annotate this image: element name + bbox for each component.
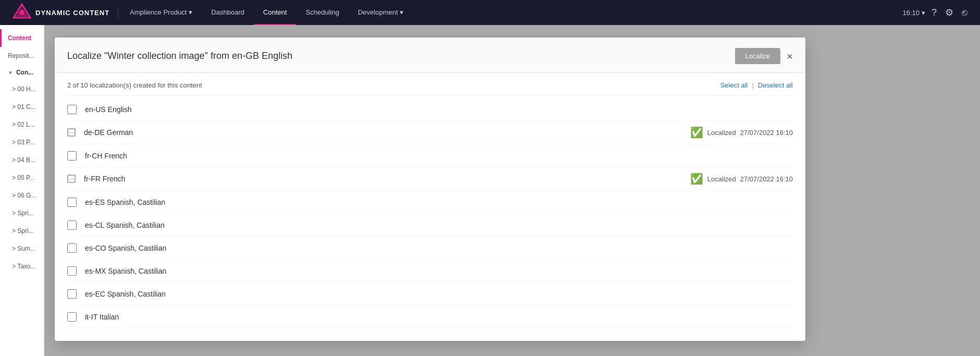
brand-logo-icon bbox=[13, 3, 31, 22]
nav-development[interactable]: Development ▾ bbox=[349, 0, 413, 25]
dialog-body: 2 of 10 localization(s) created for this… bbox=[55, 73, 805, 341]
locale-name-it-it: it-IT Italian bbox=[85, 313, 793, 321]
locale-name-es-ec: es-EC Spanish, Castilian bbox=[85, 290, 793, 298]
close-button[interactable]: × bbox=[787, 51, 793, 62]
sidebar-section-label: Con... bbox=[16, 69, 33, 76]
nav-development-chevron: ▾ bbox=[400, 8, 403, 16]
locale-row-de-de: de-DE German ✅ Localized 27/07/2022 16:1… bbox=[67, 121, 793, 144]
locale-checkbox-es-mx[interactable] bbox=[67, 266, 77, 276]
locale-checkbox-dash-de-de bbox=[67, 128, 76, 137]
deselect-all-button[interactable]: Deselect all bbox=[758, 81, 793, 89]
sidebar-chevron-icon: ▼ bbox=[8, 70, 13, 76]
nav-amplience-product-label: Amplience Product bbox=[130, 8, 187, 16]
dialog-header-right: Localize × bbox=[735, 48, 793, 64]
nav-amplience-product[interactable]: Amplience Product ▾ bbox=[120, 0, 202, 25]
locale-status-de-de: ✅ Localized 27/07/2022 16:10 bbox=[690, 126, 793, 139]
locale-row-es-co: es-CO Spanish, Castilian bbox=[67, 237, 793, 260]
sidebar-item-05p[interactable]: > 05 P... bbox=[0, 169, 44, 187]
sidebar-item-repositories[interactable]: Reposit... bbox=[0, 47, 44, 65]
dialog-overlay: Localize "Winter collection image" from … bbox=[44, 25, 980, 356]
locale-row-fr-ch: fr-CH French bbox=[67, 144, 793, 167]
content-area: Localize "Winter collection image" from … bbox=[44, 25, 980, 356]
locale-name-fr-ch: fr-CH French bbox=[85, 152, 793, 160]
sidebar-item-spri2[interactable]: > Spri... bbox=[0, 222, 44, 240]
nav-development-label: Development bbox=[358, 8, 398, 16]
sidebar-06g-label: > 06 G... bbox=[12, 192, 36, 199]
sidebar-spri2-label: > Spri... bbox=[12, 227, 34, 235]
time-display: 16:10 bbox=[902, 9, 920, 17]
nav-time: 16:10 ▾ bbox=[902, 9, 925, 17]
sidebar-item-00h[interactable]: > 00 H... bbox=[0, 80, 44, 98]
dialog-header: Localize "Winter collection image" from … bbox=[55, 38, 805, 73]
nav-scheduling-label: Scheduling bbox=[305, 8, 339, 16]
localize-button[interactable]: Localize bbox=[735, 48, 781, 64]
locale-status-date-de-de: 27/07/2022 16:10 bbox=[740, 129, 793, 137]
main-layout: Content Reposit... ▼ Con... > 00 H... > … bbox=[0, 25, 980, 356]
sidebar-spri1-label: > Spri... bbox=[12, 210, 34, 217]
locale-row-es-ec: es-EC Spanish, Castilian bbox=[67, 283, 793, 305]
locale-row-it-it: it-IT Italian bbox=[67, 305, 793, 328]
locale-name-fr-fr: fr-FR French bbox=[84, 175, 690, 183]
sidebar-section-con[interactable]: ▼ Con... bbox=[0, 65, 44, 80]
settings-icon[interactable]: ⚙ bbox=[945, 7, 953, 18]
nav-content-label: Content bbox=[263, 8, 287, 16]
locale-checkbox-es-es[interactable] bbox=[67, 198, 77, 207]
time-chevron-icon: ▾ bbox=[922, 9, 925, 17]
sidebar-02l-label: > 02 L... bbox=[12, 121, 35, 128]
nav-content[interactable]: Content bbox=[254, 0, 297, 25]
locale-row-es-mx: es-MX Spanish, Castilian bbox=[67, 260, 793, 283]
sidebar-content-label: Content bbox=[8, 34, 31, 42]
nav-scheduling[interactable]: Scheduling bbox=[296, 0, 348, 25]
sidebar-item-content[interactable]: Content bbox=[0, 29, 44, 47]
sidebar-item-spri1[interactable]: > Spri... bbox=[0, 204, 44, 222]
nav-amplience-product-chevron: ▾ bbox=[189, 8, 192, 16]
sidebar: Content Reposit... ▼ Con... > 00 H... > … bbox=[0, 25, 44, 356]
localize-dialog: Localize "Winter collection image" from … bbox=[55, 38, 805, 341]
help-icon[interactable]: ? bbox=[932, 7, 937, 18]
sidebar-item-02l[interactable]: > 02 L... bbox=[0, 116, 44, 133]
locale-name-de-de: de-DE German bbox=[84, 128, 690, 137]
actions-separator: | bbox=[752, 81, 753, 89]
sidebar-05p-label: > 05 P... bbox=[12, 174, 34, 181]
dialog-actions: Select all | Deselect all bbox=[720, 81, 793, 89]
locale-row-es-es: es-ES Spanish, Castilian bbox=[67, 191, 793, 214]
locale-list: en-US English de-DE German ✅ Localized 2… bbox=[67, 98, 793, 328]
locale-name-es-co: es-CO Spanish, Castilian bbox=[85, 244, 793, 252]
locale-status-fr-fr: ✅ Localized 27/07/2022 16:10 bbox=[690, 173, 793, 185]
top-navigation: DYNAMIC CONTENT Amplience Product ▾ Dash… bbox=[0, 0, 980, 25]
sidebar-03p-label: > 03 P... bbox=[12, 139, 34, 146]
sidebar-00h-label: > 00 H... bbox=[12, 85, 36, 93]
sidebar-04b-label: > 04 B... bbox=[12, 156, 35, 164]
exit-icon[interactable]: ⎋ bbox=[962, 7, 967, 18]
localized-check-icon-de-de: ✅ bbox=[690, 126, 703, 139]
localized-check-icon-fr-fr: ✅ bbox=[690, 173, 703, 185]
locale-checkbox-en-us[interactable] bbox=[67, 105, 77, 114]
locale-checkbox-fr-ch[interactable] bbox=[67, 151, 77, 161]
locale-name-en-us: en-US English bbox=[85, 105, 793, 114]
locale-name-es-es: es-ES Spanish, Castilian bbox=[85, 198, 793, 206]
sidebar-item-taxo[interactable]: > Taxo... bbox=[0, 257, 44, 275]
locale-row-fr-fr: fr-FR French ✅ Localized 27/07/2022 16:1… bbox=[67, 167, 793, 191]
sidebar-taxo-label: > Taxo... bbox=[12, 263, 35, 270]
sidebar-item-03p[interactable]: > 03 P... bbox=[0, 133, 44, 151]
locale-checkbox-es-ec[interactable] bbox=[67, 289, 77, 299]
sidebar-repositories-label: Reposit... bbox=[8, 52, 34, 59]
sidebar-item-01c[interactable]: > 01 C... bbox=[0, 98, 44, 116]
brand: DYNAMIC CONTENT bbox=[6, 3, 116, 22]
locale-name-es-cl: es-CL Spanish, Castilian bbox=[85, 221, 793, 229]
sidebar-01c-label: > 01 C... bbox=[12, 103, 36, 111]
sidebar-item-04b[interactable]: > 04 B... bbox=[0, 151, 44, 169]
sidebar-sum-label: > Sum... bbox=[12, 245, 35, 252]
sidebar-item-sum[interactable]: > Sum... bbox=[0, 240, 44, 257]
locale-checkbox-es-cl[interactable] bbox=[67, 220, 77, 230]
locale-checkbox-it-it[interactable] bbox=[67, 312, 77, 322]
locale-status-label-fr-fr: Localized bbox=[707, 175, 736, 183]
nav-dashboard[interactable]: Dashboard bbox=[202, 0, 254, 25]
sidebar-item-06g[interactable]: > 06 G... bbox=[0, 187, 44, 204]
select-all-button[interactable]: Select all bbox=[720, 81, 748, 89]
locale-checkbox-es-co[interactable] bbox=[67, 243, 77, 253]
svg-point-2 bbox=[19, 10, 24, 15]
dialog-title: Localize "Winter collection image" from … bbox=[67, 51, 292, 62]
locale-row-es-cl: es-CL Spanish, Castilian bbox=[67, 214, 793, 237]
locale-status-label-de-de: Localized bbox=[707, 129, 736, 137]
